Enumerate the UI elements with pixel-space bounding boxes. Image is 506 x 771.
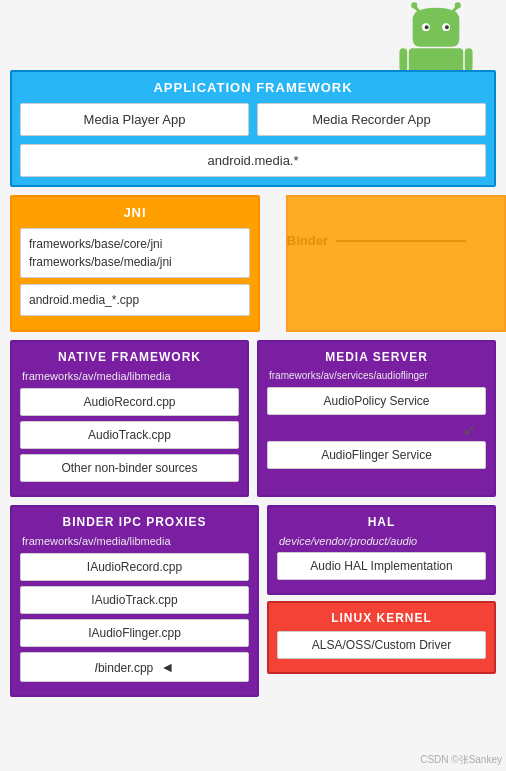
middle-row: NATIVE FRAMEWORK frameworks/av/media/lib… — [0, 340, 506, 497]
ibinder-cpp-box: Ibinder.cpp ◄ — [20, 652, 249, 682]
hal-path: device/vendor/product/audio — [277, 535, 486, 547]
binder-orange-strip — [286, 195, 506, 332]
svg-point-2 — [411, 2, 417, 8]
alsa-driver-box: ALSA/OSS/Custom Driver — [277, 631, 486, 659]
jni-frameworks-box: frameworks/base/core/jni frameworks/base… — [20, 228, 250, 278]
iaudio-track-cpp-box: IAudioTrack.cpp — [20, 586, 249, 614]
other-non-binder-box: Other non-binder sources — [20, 454, 239, 482]
media-server-title: MEDIA SERVER — [267, 350, 486, 364]
hal-linux-column: HAL device/vendor/product/audio Audio HA… — [267, 505, 496, 697]
linux-kernel-title: LINUX KERNEL — [277, 611, 486, 625]
binder-ipc-title: BINDER IPC PROXIES — [20, 515, 249, 529]
binder-ipc-path: frameworks/av/media/libmedia — [20, 535, 249, 547]
app-framework-title: APPLICATION FRAMEWORK — [20, 80, 486, 95]
ibinder-cpp-label: Ibinder.cpp — [95, 661, 154, 675]
audio-policy-service-box: AudioPolicy Service — [267, 387, 486, 415]
hal-title: HAL — [277, 515, 486, 529]
jni-frameworks-core: frameworks/base/core/jni — [29, 235, 241, 253]
iaudio-record-cpp-box: IAudioRecord.cpp — [20, 553, 249, 581]
audio-hal-impl-box: Audio HAL Implementation — [277, 552, 486, 580]
media-server-path: frameworks/av/services/audioflinger — [267, 370, 486, 381]
iaudio-flinger-cpp-box: IAudioFlinger.cpp — [20, 619, 249, 647]
svg-point-6 — [425, 25, 429, 29]
svg-point-3 — [455, 2, 461, 8]
jni-title: JNI — [20, 205, 250, 220]
media-server-section: MEDIA SERVER frameworks/av/services/audi… — [257, 340, 496, 497]
media-recorder-app-box: Media Recorder App — [257, 103, 486, 136]
audio-record-cpp-box: AudioRecord.cpp — [20, 388, 239, 416]
jni-frameworks-media: frameworks/base/media/jni — [29, 253, 241, 271]
jni-section: JNI frameworks/base/core/jni frameworks/… — [10, 195, 260, 332]
native-framework-path: frameworks/av/media/libmedia — [20, 370, 239, 382]
native-framework-section: NATIVE FRAMEWORK frameworks/av/media/lib… — [10, 340, 249, 497]
app-boxes-row: Media Player App Media Recorder App — [20, 103, 486, 136]
svg-rect-9 — [399, 48, 407, 70]
jni-binder-row: JNI frameworks/base/core/jni frameworks/… — [0, 195, 506, 332]
watermark: CSDN ©张Sankey — [420, 753, 502, 767]
android-logo — [396, 0, 476, 70]
linux-kernel-section: LINUX KERNEL ALSA/OSS/Custom Driver — [267, 601, 496, 674]
arrow-between-services: ↙ — [267, 420, 486, 439]
media-player-app-box: Media Player App — [20, 103, 249, 136]
binder-ipc-section: BINDER IPC PROXIES frameworks/av/media/l… — [10, 505, 259, 697]
hal-section: HAL device/vendor/product/audio Audio HA… — [267, 505, 496, 595]
ibinder-arrow: ◄ — [161, 659, 175, 675]
native-framework-title: NATIVE FRAMEWORK — [20, 350, 239, 364]
android-media-box: android.media.* — [20, 144, 486, 177]
audio-track-cpp-box: AudioTrack.cpp — [20, 421, 239, 449]
svg-point-7 — [445, 25, 449, 29]
svg-rect-8 — [409, 48, 463, 70]
svg-rect-10 — [465, 48, 473, 70]
audio-flinger-service-box: AudioFlinger Service — [267, 441, 486, 469]
jni-android-media-cpp-box: android.media_*.cpp — [20, 284, 250, 316]
bottom-row: BINDER IPC PROXIES frameworks/av/media/l… — [0, 505, 506, 697]
app-framework-section: APPLICATION FRAMEWORK Media Player App M… — [10, 70, 496, 187]
